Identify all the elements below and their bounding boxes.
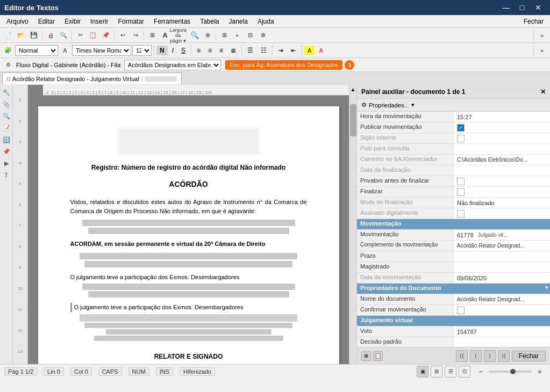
- list-button[interactable]: ☰: [244, 46, 256, 55]
- tb-overflow[interactable]: »: [536, 30, 548, 41]
- align-left-button[interactable]: ≡: [194, 46, 204, 55]
- panel-close-icon[interactable]: ✕: [540, 88, 546, 96]
- indent-button[interactable]: ⇥: [275, 46, 287, 55]
- zoom-out-button[interactable]: −: [475, 366, 487, 378]
- outdent-button[interactable]: ⇤: [288, 46, 299, 55]
- open-button[interactable]: 📂: [15, 30, 27, 41]
- flow-action-button[interactable]: Enc. para Ag. Assinatura dos Designados: [225, 60, 342, 70]
- menu-exibir[interactable]: Exibir: [60, 17, 85, 26]
- doc-scrollbar[interactable]: ▲: [349, 85, 356, 364]
- font-icon-button[interactable]: A: [59, 45, 71, 56]
- new-doc-button[interactable]: 📄: [2, 30, 14, 41]
- section-collapse-icon[interactable]: ▾: [543, 284, 550, 294]
- tb-extra-3[interactable]: ⊕: [257, 30, 269, 41]
- menu-arquivo[interactable]: Arquivo: [2, 17, 33, 26]
- print-button[interactable]: 🖨: [45, 30, 56, 41]
- menu-fechar[interactable]: Fechar: [519, 17, 548, 26]
- view-normal-button[interactable]: ▣: [417, 366, 428, 378]
- props-value-assinado[interactable]: [454, 208, 550, 219]
- finalizar-checkbox[interactable]: [457, 188, 465, 196]
- props-value-privativo[interactable]: [454, 176, 550, 186]
- doc-page-wrapper[interactable]: Registro: Número de registro do acórdão …: [28, 96, 349, 364]
- styles-button[interactable]: 🧩: [2, 45, 14, 56]
- view-full-button[interactable]: ⊡: [459, 366, 470, 378]
- panel-icon-2[interactable]: 📋: [373, 351, 383, 361]
- nav-first-button[interactable]: ⟨⟨: [456, 350, 468, 362]
- flow-icon-button[interactable]: ⚙: [2, 59, 14, 71]
- font-color-button[interactable]: A: [316, 46, 326, 55]
- flow-queue-select[interactable]: Acórdãos Designados em Elaboraç...: [124, 60, 221, 70]
- sidebar-icon-8[interactable]: T: [1, 170, 12, 180]
- zoom-in-button[interactable]: +: [534, 366, 546, 378]
- fechar-button[interactable]: Fechar: [512, 351, 546, 361]
- font-select[interactable]: Times New Roman: [72, 45, 131, 56]
- panel-icon-1[interactable]: ⊕: [361, 351, 371, 361]
- italic-button[interactable]: I: [169, 46, 177, 55]
- menu-editar[interactable]: Editar: [34, 17, 59, 26]
- nav-prev-button[interactable]: ⟨: [470, 350, 482, 362]
- font-size-select[interactable]: 12: [132, 45, 152, 56]
- props-value-finalizar[interactable]: [454, 187, 550, 197]
- tb-extra-2[interactable]: ⊟: [244, 30, 256, 41]
- sidebar-icon-6[interactable]: 📌: [1, 146, 12, 157]
- style-select[interactable]: Normal: [15, 45, 58, 56]
- sigilo-checkbox[interactable]: [457, 135, 465, 142]
- view-outline-button[interactable]: ☰: [445, 366, 456, 378]
- tb-extra-1[interactable]: +: [231, 30, 243, 41]
- sidebar-icon-2[interactable]: 📎: [1, 99, 12, 110]
- insert-col-button[interactable]: ⊞: [218, 30, 230, 41]
- publicar-checkbox[interactable]: ✓: [457, 124, 465, 132]
- props-value-publicar[interactable]: ✓: [454, 122, 550, 133]
- print-preview-button[interactable]: 🔍: [58, 30, 69, 41]
- maximize-button[interactable]: □: [515, 2, 530, 13]
- menu-janela[interactable]: Janela: [225, 17, 252, 26]
- menu-tabela[interactable]: Tabela: [196, 17, 223, 26]
- sidebar-icon-1[interactable]: 🔧: [1, 87, 12, 98]
- menu-inserir[interactable]: Inserir: [86, 17, 112, 26]
- zoom-slider[interactable]: [489, 371, 532, 373]
- scroll-thumb[interactable]: [350, 104, 356, 136]
- table-button[interactable]: ⊞: [146, 30, 158, 41]
- view-web-button[interactable]: ⊞: [431, 366, 442, 378]
- privativo-checkbox[interactable]: [457, 178, 465, 185]
- menu-formatar[interactable]: Formatar: [113, 17, 148, 26]
- props-value-sigilo[interactable]: [454, 133, 550, 143]
- scroll-up-button[interactable]: ▲: [349, 85, 357, 93]
- bold-button[interactable]: N: [156, 46, 168, 55]
- doc-tab[interactable]: □ Acórdão Relator Designado - Julgamento…: [2, 72, 182, 84]
- props-value-hora[interactable]: 15:27: [454, 112, 550, 122]
- menu-ferramentas[interactable]: Ferramentas: [149, 17, 195, 26]
- highlight-button[interactable]: A: [304, 46, 315, 55]
- close-button[interactable]: ✕: [531, 2, 546, 13]
- minimize-button[interactable]: —: [498, 2, 513, 13]
- align-right-button[interactable]: ≡: [216, 46, 226, 55]
- cut-button[interactable]: ✂: [74, 30, 86, 41]
- underline-button[interactable]: S: [178, 46, 189, 55]
- numbered-list-button[interactable]: ☷: [258, 46, 270, 55]
- sidebar-icon-7[interactable]: ▶: [1, 158, 12, 169]
- undo-button[interactable]: ↩: [117, 30, 128, 41]
- nav-last-button[interactable]: ⟩⟩: [498, 350, 510, 362]
- sidebar-icon-5[interactable]: 🔠: [1, 134, 12, 145]
- confirmar-checkbox[interactable]: [457, 307, 465, 314]
- sidebar-icon-4[interactable]: 📝: [1, 122, 12, 133]
- properties-title[interactable]: Propriedades...: [369, 102, 409, 108]
- assinado-checkbox[interactable]: [457, 210, 465, 217]
- zoom-in-button[interactable]: 🔍: [189, 30, 201, 41]
- menu-ajuda[interactable]: Ajuda: [253, 17, 278, 26]
- sidebar-icon-3[interactable]: 🔍: [1, 111, 12, 121]
- paste-button[interactable]: 📌: [100, 30, 112, 41]
- doc-page[interactable]: Registro: Número de registro do acórdão …: [38, 106, 339, 364]
- format-overflow[interactable]: »: [536, 45, 548, 56]
- save-button[interactable]: 💾: [28, 30, 40, 41]
- zoom-thumb[interactable]: [510, 369, 516, 374]
- copy-button[interactable]: 📋: [87, 30, 99, 41]
- redo-button[interactable]: ↪: [130, 30, 141, 41]
- props-value-confirmar[interactable]: [454, 305, 550, 315]
- align-justify-button[interactable]: ≣: [227, 46, 239, 55]
- zoom-out-button[interactable]: ⊕: [202, 30, 213, 41]
- align-center-button[interactable]: ≡: [205, 46, 215, 55]
- status-bar: Pág 1 1/2 Lin 0 Col 0 CAPS NUM INS Hifen…: [0, 364, 550, 378]
- largura-button[interactable]: Largura da págin ▾: [172, 30, 184, 41]
- nav-next-button[interactable]: ⟩: [484, 350, 496, 362]
